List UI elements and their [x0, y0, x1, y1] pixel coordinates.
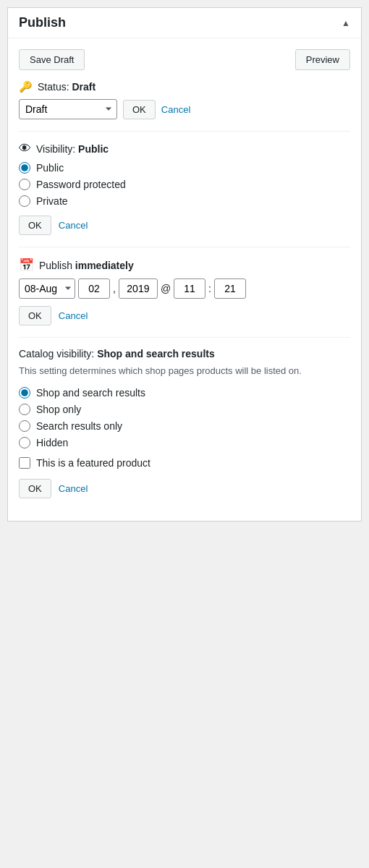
catalog-option-hidden[interactable]: Hidden — [19, 437, 350, 448]
visibility-section: 👁 Visibility: Public Public Password pro… — [19, 142, 350, 235]
catalog-section: Catalog visibility: Shop and search resu… — [19, 348, 350, 498]
visibility-cancel-button[interactable]: Cancel — [59, 216, 88, 234]
catalog-ok-cancel-row: OK Cancel — [19, 479, 350, 498]
catalog-radio-hidden[interactable] — [19, 437, 30, 448]
catalog-option-search[interactable]: Search results only — [19, 420, 350, 432]
panel-toggle-icon[interactable]: ▲ — [342, 18, 350, 28]
key-icon: 🔑 — [19, 80, 33, 93]
catalog-cancel-button[interactable]: Cancel — [59, 480, 88, 498]
catalog-description: This setting determines which shop pages… — [19, 364, 350, 378]
catalog-option-shop-search[interactable]: Shop and search results — [19, 387, 350, 399]
publish-section: 📅 Publish immediately 01-Jan 02-Feb 03-M… — [19, 258, 350, 326]
visibility-radio-public[interactable] — [19, 162, 30, 174]
status-value: Draft — [72, 81, 96, 93]
month-select[interactable]: 01-Jan 02-Feb 03-Mar 04-Apr 05-May 06-Ju… — [19, 278, 75, 299]
status-cancel-button[interactable]: Cancel — [161, 101, 190, 119]
status-section: 🔑 Status: Draft Draft Pending Review OK … — [19, 80, 350, 119]
visibility-value: Public — [78, 143, 109, 155]
featured-checkbox[interactable] — [19, 457, 30, 469]
year-input[interactable] — [119, 278, 158, 299]
date-comma: , — [113, 283, 116, 294]
calendar-icon: 📅 — [19, 258, 34, 273]
visibility-radio-private[interactable] — [19, 195, 30, 207]
divider-2 — [19, 247, 350, 247]
panel-title: Publish — [19, 15, 66, 30]
visibility-label-text: Visibility: Public — [36, 143, 109, 155]
publish-value: immediately — [75, 260, 134, 271]
status-inline-row: Draft Pending Review OK Cancel — [19, 99, 350, 119]
visibility-option-public[interactable]: Public — [19, 162, 350, 174]
day-input[interactable] — [78, 278, 110, 299]
visibility-radio-password[interactable] — [19, 179, 30, 190]
preview-button[interactable]: Preview — [295, 49, 350, 70]
catalog-radio-shop-search[interactable] — [19, 387, 30, 399]
visibility-ok-button[interactable]: OK — [19, 216, 51, 235]
visibility-option-private[interactable]: Private — [19, 195, 350, 207]
hour-input[interactable] — [174, 278, 205, 299]
action-row: Save Draft Preview — [19, 49, 350, 70]
visibility-option-public-label: Public — [36, 162, 64, 174]
publish-ok-cancel-row: OK Cancel — [19, 306, 350, 326]
featured-checkbox-row: This is a featured product — [19, 457, 350, 469]
divider-1 — [19, 131, 350, 132]
visibility-option-private-label: Private — [36, 195, 68, 207]
status-select[interactable]: Draft Pending Review — [19, 99, 117, 119]
publish-panel: Publish ▲ Save Draft Preview 🔑 Status: D… — [7, 7, 362, 522]
catalog-ok-button[interactable]: OK — [19, 479, 51, 498]
visibility-option-password[interactable]: Password protected — [19, 179, 350, 190]
visibility-label: 👁 Visibility: Public — [19, 142, 350, 156]
publish-cancel-button[interactable]: Cancel — [59, 307, 88, 325]
status-label-text: Status: Draft — [38, 81, 96, 93]
minute-input[interactable] — [214, 278, 246, 299]
catalog-option-hidden-label: Hidden — [36, 437, 68, 448]
visibility-ok-cancel-row: OK Cancel — [19, 216, 350, 235]
catalog-option-search-label: Search results only — [36, 420, 122, 432]
status-ok-button[interactable]: OK — [123, 100, 156, 119]
catalog-radio-group: Shop and search results Shop only Search… — [19, 387, 350, 448]
catalog-label-text: Catalog visibility: Shop and search resu… — [19, 348, 215, 359]
date-row: 01-Jan 02-Feb 03-Mar 04-Apr 05-May 06-Ju… — [19, 278, 350, 299]
catalog-value: Shop and search results — [97, 348, 215, 359]
at-symbol: @ — [161, 283, 171, 294]
divider-3 — [19, 337, 350, 338]
catalog-radio-shop[interactable] — [19, 404, 30, 415]
publish-label-text: Publish immediately — [39, 260, 134, 271]
featured-label[interactable]: This is a featured product — [36, 457, 150, 469]
visibility-radio-group: Public Password protected Private — [19, 162, 350, 207]
time-colon: : — [208, 283, 211, 294]
panel-header: Publish ▲ — [8, 8, 361, 38]
eye-icon: 👁 — [19, 142, 31, 156]
catalog-option-shop-label: Shop only — [36, 404, 81, 415]
catalog-radio-search[interactable] — [19, 420, 30, 432]
status-label: 🔑 Status: Draft — [19, 80, 350, 93]
visibility-option-password-label: Password protected — [36, 179, 126, 190]
catalog-option-shop[interactable]: Shop only — [19, 404, 350, 415]
catalog-option-shop-search-label: Shop and search results — [36, 387, 145, 399]
catalog-label: Catalog visibility: Shop and search resu… — [19, 348, 350, 359]
publish-label: 📅 Publish immediately — [19, 258, 350, 273]
save-draft-button[interactable]: Save Draft — [19, 49, 85, 70]
panel-body: Save Draft Preview 🔑 Status: Draft Draft… — [8, 38, 361, 521]
publish-ok-button[interactable]: OK — [19, 306, 51, 326]
